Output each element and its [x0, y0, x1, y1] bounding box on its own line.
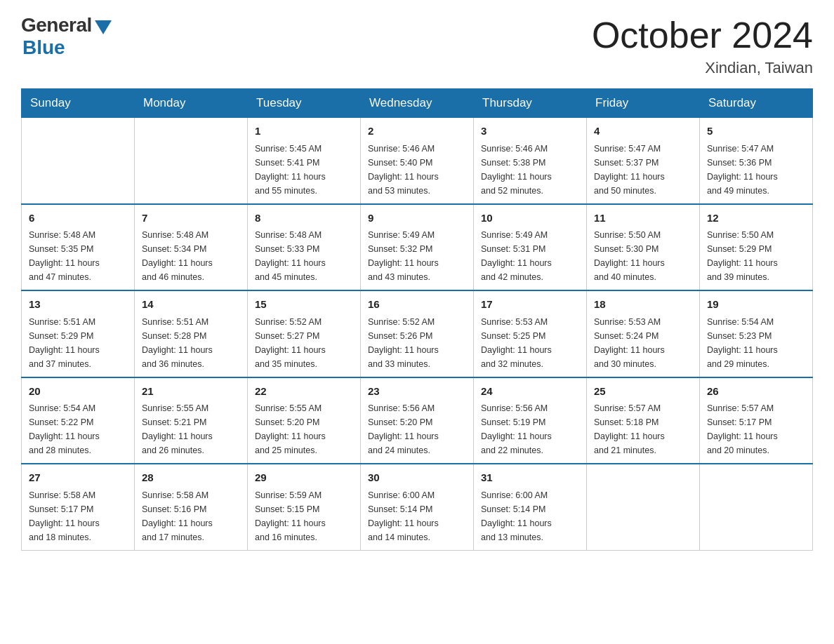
- day-info: Sunrise: 5:49 AM Sunset: 5:32 PM Dayligh…: [368, 230, 439, 282]
- table-row: 8Sunrise: 5:48 AM Sunset: 5:33 PM Daylig…: [248, 204, 361, 291]
- table-row: 12Sunrise: 5:50 AM Sunset: 5:29 PM Dayli…: [700, 204, 813, 291]
- location: Xindian, Taiwan: [592, 59, 813, 77]
- day-info: Sunrise: 5:52 AM Sunset: 5:27 PM Dayligh…: [255, 317, 326, 369]
- table-row: 26Sunrise: 5:57 AM Sunset: 5:17 PM Dayli…: [700, 377, 813, 464]
- day-info: Sunrise: 6:00 AM Sunset: 5:14 PM Dayligh…: [481, 490, 552, 542]
- day-number: 7: [142, 210, 240, 227]
- table-row: 10Sunrise: 5:49 AM Sunset: 5:31 PM Dayli…: [474, 204, 587, 291]
- day-info: Sunrise: 5:46 AM Sunset: 5:38 PM Dayligh…: [481, 144, 552, 196]
- table-row: 3Sunrise: 5:46 AM Sunset: 5:38 PM Daylig…: [474, 118, 587, 204]
- day-number: 12: [707, 210, 805, 227]
- day-number: 19: [707, 297, 805, 313]
- table-row: 9Sunrise: 5:49 AM Sunset: 5:32 PM Daylig…: [361, 204, 474, 291]
- table-row: 27Sunrise: 5:58 AM Sunset: 5:17 PM Dayli…: [22, 464, 135, 550]
- day-info: Sunrise: 5:47 AM Sunset: 5:37 PM Dayligh…: [594, 144, 665, 196]
- day-number: 9: [368, 210, 466, 227]
- table-row: 2Sunrise: 5:46 AM Sunset: 5:40 PM Daylig…: [361, 118, 474, 204]
- day-info: Sunrise: 5:55 AM Sunset: 5:20 PM Dayligh…: [255, 403, 326, 455]
- day-number: 15: [255, 297, 353, 313]
- title-section: October 2024 Xindian, Taiwan: [592, 14, 813, 77]
- day-number: 29: [255, 470, 353, 486]
- day-number: 14: [142, 297, 240, 313]
- table-row: 14Sunrise: 5:51 AM Sunset: 5:28 PM Dayli…: [135, 290, 248, 377]
- day-number: 26: [707, 384, 805, 400]
- day-number: 31: [481, 470, 579, 486]
- day-number: 2: [368, 123, 466, 140]
- day-number: 30: [368, 470, 466, 486]
- day-info: Sunrise: 5:58 AM Sunset: 5:16 PM Dayligh…: [142, 490, 213, 542]
- day-info: Sunrise: 5:50 AM Sunset: 5:29 PM Dayligh…: [707, 230, 778, 282]
- table-row: 30Sunrise: 6:00 AM Sunset: 5:14 PM Dayli…: [361, 464, 474, 550]
- table-row: 5Sunrise: 5:47 AM Sunset: 5:36 PM Daylig…: [700, 118, 813, 204]
- day-info: Sunrise: 5:56 AM Sunset: 5:20 PM Dayligh…: [368, 403, 439, 455]
- header-wednesday: Wednesday: [361, 89, 474, 118]
- table-row: 15Sunrise: 5:52 AM Sunset: 5:27 PM Dayli…: [248, 290, 361, 377]
- table-row: 21Sunrise: 5:55 AM Sunset: 5:21 PM Dayli…: [135, 377, 248, 464]
- day-number: 3: [481, 123, 579, 140]
- day-info: Sunrise: 5:45 AM Sunset: 5:41 PM Dayligh…: [255, 144, 326, 196]
- calendar-week-row: 27Sunrise: 5:58 AM Sunset: 5:17 PM Dayli…: [22, 464, 813, 550]
- table-row: 19Sunrise: 5:54 AM Sunset: 5:23 PM Dayli…: [700, 290, 813, 377]
- header-saturday: Saturday: [700, 89, 813, 118]
- day-number: 20: [29, 384, 127, 400]
- table-row: [700, 464, 813, 550]
- table-row: 23Sunrise: 5:56 AM Sunset: 5:20 PM Dayli…: [361, 377, 474, 464]
- day-number: 13: [29, 297, 127, 313]
- table-row: 29Sunrise: 5:59 AM Sunset: 5:15 PM Dayli…: [248, 464, 361, 550]
- table-row: 28Sunrise: 5:58 AM Sunset: 5:16 PM Dayli…: [135, 464, 248, 550]
- day-info: Sunrise: 5:56 AM Sunset: 5:19 PM Dayligh…: [481, 403, 552, 455]
- day-number: 10: [481, 210, 579, 227]
- day-info: Sunrise: 5:55 AM Sunset: 5:21 PM Dayligh…: [142, 403, 213, 455]
- day-info: Sunrise: 5:58 AM Sunset: 5:17 PM Dayligh…: [29, 490, 100, 542]
- table-row: 17Sunrise: 5:53 AM Sunset: 5:25 PM Dayli…: [474, 290, 587, 377]
- table-row: 16Sunrise: 5:52 AM Sunset: 5:26 PM Dayli…: [361, 290, 474, 377]
- table-row: [22, 118, 135, 204]
- day-number: 22: [255, 384, 353, 400]
- logo-general-text: General: [21, 14, 92, 36]
- day-info: Sunrise: 5:50 AM Sunset: 5:30 PM Dayligh…: [594, 230, 665, 282]
- calendar-header-row: Sunday Monday Tuesday Wednesday Thursday…: [22, 89, 813, 118]
- day-number: 11: [594, 210, 692, 227]
- page-header: General Blue October 2024 Xindian, Taiwa…: [21, 14, 813, 77]
- table-row: 7Sunrise: 5:48 AM Sunset: 5:34 PM Daylig…: [135, 204, 248, 291]
- day-info: Sunrise: 5:51 AM Sunset: 5:29 PM Dayligh…: [29, 317, 100, 369]
- header-tuesday: Tuesday: [248, 89, 361, 118]
- day-number: 21: [142, 384, 240, 400]
- day-number: 25: [594, 384, 692, 400]
- logo: General Blue: [21, 14, 112, 59]
- day-info: Sunrise: 5:51 AM Sunset: 5:28 PM Dayligh…: [142, 317, 213, 369]
- table-row: 22Sunrise: 5:55 AM Sunset: 5:20 PM Dayli…: [248, 377, 361, 464]
- day-info: Sunrise: 6:00 AM Sunset: 5:14 PM Dayligh…: [368, 490, 439, 542]
- calendar-week-row: 13Sunrise: 5:51 AM Sunset: 5:29 PM Dayli…: [22, 290, 813, 377]
- calendar-week-row: 20Sunrise: 5:54 AM Sunset: 5:22 PM Dayli…: [22, 377, 813, 464]
- day-info: Sunrise: 5:48 AM Sunset: 5:34 PM Dayligh…: [142, 230, 213, 282]
- day-number: 24: [481, 384, 579, 400]
- day-number: 28: [142, 470, 240, 486]
- calendar-week-row: 1Sunrise: 5:45 AM Sunset: 5:41 PM Daylig…: [22, 118, 813, 204]
- day-number: 27: [29, 470, 127, 486]
- table-row: [135, 118, 248, 204]
- day-number: 5: [707, 123, 805, 140]
- day-number: 16: [368, 297, 466, 313]
- day-info: Sunrise: 5:54 AM Sunset: 5:23 PM Dayligh…: [707, 317, 778, 369]
- table-row: 20Sunrise: 5:54 AM Sunset: 5:22 PM Dayli…: [22, 377, 135, 464]
- calendar-table: Sunday Monday Tuesday Wednesday Thursday…: [21, 88, 813, 551]
- header-friday: Friday: [587, 89, 700, 118]
- calendar-week-row: 6Sunrise: 5:48 AM Sunset: 5:35 PM Daylig…: [22, 204, 813, 291]
- day-info: Sunrise: 5:59 AM Sunset: 5:15 PM Dayligh…: [255, 490, 326, 542]
- day-number: 17: [481, 297, 579, 313]
- day-info: Sunrise: 5:47 AM Sunset: 5:36 PM Dayligh…: [707, 144, 778, 196]
- day-info: Sunrise: 5:57 AM Sunset: 5:18 PM Dayligh…: [594, 403, 665, 455]
- day-number: 6: [29, 210, 127, 227]
- header-monday: Monday: [135, 89, 248, 118]
- day-info: Sunrise: 5:49 AM Sunset: 5:31 PM Dayligh…: [481, 230, 552, 282]
- day-number: 23: [368, 384, 466, 400]
- table-row: 11Sunrise: 5:50 AM Sunset: 5:30 PM Dayli…: [587, 204, 700, 291]
- table-row: 31Sunrise: 6:00 AM Sunset: 5:14 PM Dayli…: [474, 464, 587, 550]
- table-row: [587, 464, 700, 550]
- day-number: 18: [594, 297, 692, 313]
- day-number: 4: [594, 123, 692, 140]
- table-row: 13Sunrise: 5:51 AM Sunset: 5:29 PM Dayli…: [22, 290, 135, 377]
- day-number: 1: [255, 123, 353, 140]
- month-title: October 2024: [592, 14, 813, 56]
